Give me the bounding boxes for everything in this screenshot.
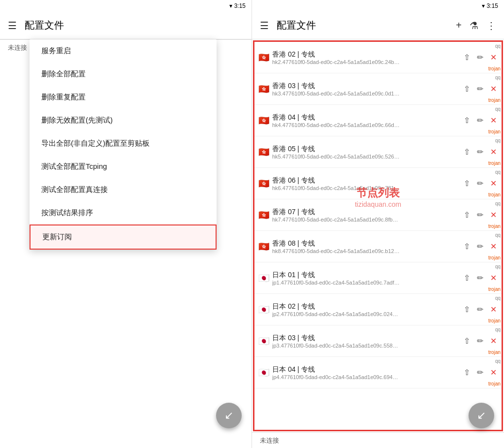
delete-icon[interactable]: ✕	[487, 270, 500, 286]
list-item[interactable]: 🇭🇰 香港 08 | 专线 hk8.477610f0-5dad-ed0c-c2a…	[254, 231, 502, 262]
server-badge: trojan	[488, 350, 501, 355]
delete-icon[interactable]: ✕	[487, 50, 500, 65]
server-badge: trojan	[488, 318, 501, 323]
list-item[interactable]: 🇯🇵 日本 04 | 专线 jp4.477610f0-5dad-ed0c-c2a…	[254, 357, 502, 388]
server-info: 香港 03 | 专线 hk3.477610f0-5dad-ed0c-c2a4-5…	[272, 82, 461, 96]
server-meta: qq	[495, 169, 501, 175]
left-panel-title: 配置文件	[25, 19, 244, 32]
menu-item-sort[interactable]: 按测试结果排序	[30, 201, 217, 224]
server-info: 香港 05 | 专线 hk5.477610f0-5dad-ed0c-c2a4-5…	[272, 145, 461, 160]
menu-item-delete-invalid[interactable]: 删除无效配置(先测试)	[30, 109, 217, 132]
server-name: 香港 08 | 专线	[272, 239, 461, 248]
share-icon[interactable]: ⇧	[461, 176, 473, 191]
edit-icon[interactable]: ✏	[474, 239, 486, 254]
delete-icon[interactable]: ✕	[487, 239, 500, 254]
server-id: hk6.477610f0-5dad-ed0c-c2a4-5a1a5ad1e09c…	[272, 185, 400, 191]
menu-item-update-sub[interactable]: 更新订阅	[30, 224, 217, 250]
right-fab-icon: ↙	[477, 409, 486, 422]
delete-icon[interactable]: ✕	[487, 144, 500, 160]
server-meta: qq	[495, 43, 501, 49]
edit-icon[interactable]: ✏	[474, 207, 486, 223]
list-item[interactable]: 🇭🇰 香港 04 | 专线 hk4.477610f0-5dad-ed0c-c2a…	[254, 105, 502, 136]
server-meta: qq	[495, 358, 501, 364]
delete-icon[interactable]: ✕	[487, 333, 500, 349]
edit-icon[interactable]: ✏	[474, 50, 486, 65]
server-actions: ⇧ ✏ ✕	[461, 365, 502, 380]
menu-item-restart[interactable]: 服务重启	[30, 39, 217, 63]
server-meta: qq	[495, 264, 501, 269]
list-item[interactable]: 🇭🇰 香港 06 | 专线 hk6.477610f0-5dad-ed0c-c2a…	[254, 168, 502, 199]
left-panel: ☰ 配置文件 服务重启 删除全部配置 删除重复配置 删除无效配置(先测试) 导出…	[0, 12, 252, 448]
menu-item-delete-dup[interactable]: 删除重复配置	[30, 86, 217, 109]
left-menu-icon[interactable]: ☰	[8, 20, 17, 32]
share-icon[interactable]: ⇧	[461, 302, 473, 317]
delete-icon[interactable]: ✕	[487, 302, 500, 317]
share-icon[interactable]: ⇧	[461, 270, 473, 286]
edit-icon[interactable]: ✏	[474, 302, 486, 317]
server-flag: 🇭🇰	[258, 241, 269, 252]
dropdown-menu: 服务重启 删除全部配置 删除重复配置 删除无效配置(先测试) 导出全部(非自定义…	[30, 39, 217, 250]
delete-icon[interactable]: ✕	[487, 81, 500, 96]
server-meta: qq	[495, 106, 501, 112]
server-info: 香港 06 | 专线 hk6.477610f0-5dad-ed0c-c2a4-5…	[272, 176, 461, 191]
more-button[interactable]: ⋮	[486, 20, 496, 32]
menu-item-delete-all[interactable]: 删除全部配置	[30, 63, 217, 86]
share-icon[interactable]: ⇧	[461, 144, 473, 160]
server-id: hk2.477610f0-5dad-ed0c-c2a4-5a1a5ad1e09c…	[272, 59, 400, 65]
server-actions: ⇧ ✏ ✕	[461, 50, 502, 65]
share-icon[interactable]: ⇧	[461, 333, 473, 349]
list-item[interactable]: 🇯🇵 日本 03 | 专线 jp3.477610f0-5dad-ed0c-c2a…	[254, 325, 502, 357]
left-fab-button[interactable]: ↙	[216, 403, 242, 428]
edit-icon[interactable]: ✏	[474, 81, 486, 96]
right-bottom-status: 未连接	[252, 432, 504, 448]
server-id: jp4.477610f0-5dad-ed0c-c2a4-5a1a5ad1e09c…	[272, 374, 400, 380]
delete-icon[interactable]: ✕	[487, 113, 500, 128]
menu-item-test-tcping[interactable]: 测试全部配置Tcping	[30, 155, 217, 178]
delete-icon[interactable]: ✕	[487, 207, 500, 223]
server-actions: ⇧ ✏ ✕	[461, 81, 502, 96]
server-id: hk5.477610f0-5dad-ed0c-c2a4-5a1a5ad1e09c…	[272, 154, 400, 160]
server-meta: qq	[495, 138, 501, 143]
right-menu-icon[interactable]: ☰	[260, 20, 269, 32]
filter-button[interactable]: ⚗	[470, 20, 478, 32]
server-info: 香港 07 | 专线 hk7.477610f0-5dad-ed0c-c2a4-5…	[272, 208, 461, 223]
server-name: 香港 04 | 专线	[272, 113, 461, 122]
server-actions: ⇧ ✏ ✕	[461, 333, 502, 349]
list-item[interactable]: 🇯🇵 日本 01 | 专线 jp1.477610f0-5dad-ed0c-c2a…	[254, 262, 502, 294]
add-button[interactable]: +	[456, 20, 462, 31]
share-icon[interactable]: ⇧	[461, 207, 473, 223]
edit-icon[interactable]: ✏	[474, 113, 486, 128]
edit-icon[interactable]: ✏	[474, 270, 486, 286]
edit-icon[interactable]: ✏	[474, 365, 486, 380]
server-badge: trojan	[488, 381, 501, 386]
list-item[interactable]: 🇭🇰 香港 05 | 专线 hk5.477610f0-5dad-ed0c-c2a…	[254, 136, 502, 168]
server-flag: 🇯🇵	[258, 273, 269, 284]
edit-icon[interactable]: ✏	[474, 176, 486, 191]
edit-icon[interactable]: ✏	[474, 333, 486, 349]
menu-item-test-real[interactable]: 测试全部配置真连接	[30, 178, 217, 201]
list-item[interactable]: 🇭🇰 香港 03 | 专线 hk3.477610f0-5dad-ed0c-c2a…	[254, 73, 502, 105]
delete-icon[interactable]: ✕	[487, 176, 500, 191]
server-info: 香港 02 | 专线 hk2.477610f0-5dad-ed0c-c2a4-5…	[272, 50, 461, 65]
edit-icon[interactable]: ✏	[474, 144, 486, 160]
server-badge: trojan	[488, 160, 501, 166]
list-item[interactable]: 🇭🇰 香港 07 | 专线 hk7.477610f0-5dad-ed0c-c2a…	[254, 199, 502, 231]
share-icon[interactable]: ⇧	[461, 113, 473, 128]
share-icon[interactable]: ⇧	[461, 50, 473, 65]
share-icon[interactable]: ⇧	[461, 239, 473, 254]
server-meta: qq	[495, 232, 501, 238]
server-flag: 🇯🇵	[258, 336, 269, 347]
list-item[interactable]: 🇭🇰 香港 02 | 专线 hk2.477610f0-5dad-ed0c-c2a…	[254, 42, 502, 73]
menu-item-export[interactable]: 导出全部(非自定义)配置至剪贴板	[30, 132, 217, 155]
share-icon[interactable]: ⇧	[461, 365, 473, 380]
server-flag: 🇭🇰	[258, 52, 269, 63]
server-name: 香港 03 | 专线	[272, 82, 461, 91]
delete-icon[interactable]: ✕	[487, 365, 500, 380]
server-actions: ⇧ ✏ ✕	[461, 176, 502, 191]
share-icon[interactable]: ⇧	[461, 81, 473, 96]
right-fab-button[interactable]: ↙	[469, 403, 494, 428]
server-meta: qq	[495, 75, 501, 80]
server-list-wrapper: 节点列表 tizidaquan.com 🇭🇰 香港 02 | 专线 hk2.47…	[253, 40, 503, 431]
list-item[interactable]: 🇯🇵 日本 02 | 专线 jp2.477610f0-5dad-ed0c-c2a…	[254, 294, 502, 325]
server-actions: ⇧ ✏ ✕	[461, 239, 502, 254]
